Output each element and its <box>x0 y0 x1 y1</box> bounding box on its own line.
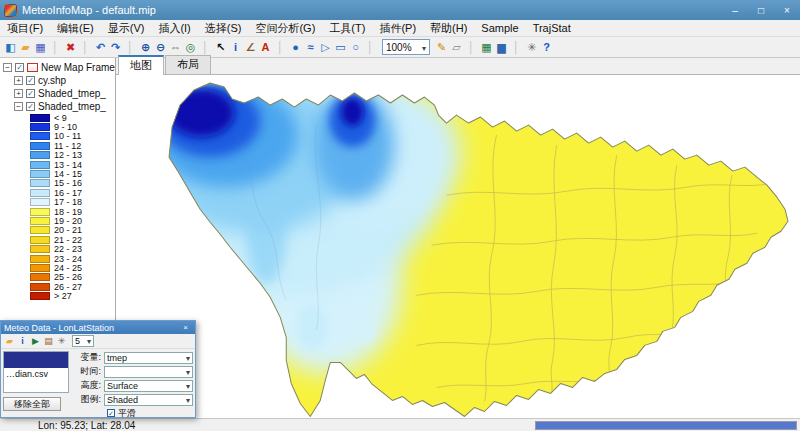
layer-label: cy.shp <box>38 75 66 86</box>
tab-layout[interactable]: 布局 <box>165 55 211 74</box>
menu-item[interactable]: TrajStat <box>526 21 578 35</box>
legend-item[interactable]: 18 - 19 <box>0 207 115 216</box>
edit-pencil-icon[interactable]: ✎ <box>434 38 449 56</box>
legend-item[interactable]: 21 - 22 <box>0 235 115 244</box>
legend-item[interactable]: 12 - 13 <box>0 151 115 160</box>
field-select[interactable]: tmep <box>104 352 193 364</box>
frame-checkbox[interactable]: ✓ <box>15 63 24 72</box>
zoom-out-icon[interactable]: ⊖ <box>153 38 168 56</box>
menu-item[interactable]: 编辑(E) <box>50 20 101 37</box>
legend-item[interactable]: 19 - 20 <box>0 216 115 225</box>
draw-circle-icon[interactable]: ○ <box>348 38 363 56</box>
draw-point-icon[interactable]: ● <box>288 38 303 56</box>
data-file-item[interactable]: …dian.csv <box>4 368 68 380</box>
layer-row[interactable]: + ✓ cy.shp <box>0 74 115 87</box>
legend-item[interactable]: > 27 <box>0 291 115 300</box>
legend-label: > 27 <box>54 291 72 301</box>
zoom-in-icon[interactable]: ⊕ <box>138 38 153 56</box>
shaded-temperature-map <box>116 75 800 419</box>
dialog-title-bar[interactable]: Meteo Data - LonLatStation × <box>1 321 195 334</box>
remove-all-button[interactable]: 移除全部 <box>3 397 61 411</box>
legend-item[interactable]: 25 - 26 <box>0 273 115 282</box>
legend-item[interactable]: 11 - 12 <box>0 141 115 150</box>
legend-item[interactable]: < 9 <box>0 113 115 122</box>
full-extent-icon[interactable]: ◎ <box>183 38 198 56</box>
settings-icon[interactable]: ✳ <box>55 335 68 348</box>
menu-item[interactable]: 空间分析(G) <box>248 20 322 37</box>
draw-polygon-icon[interactable]: ▷ <box>318 38 333 56</box>
legend-item[interactable]: 15 - 16 <box>0 179 115 188</box>
layers-icon[interactable]: ▤ <box>42 335 55 348</box>
layer-checkbox[interactable]: ✓ <box>26 89 35 98</box>
label-icon[interactable]: A <box>258 38 273 56</box>
expand-toggle[interactable]: − <box>14 102 23 111</box>
legend-item[interactable]: 23 - 24 <box>0 254 115 263</box>
smooth-factor-spinner[interactable]: 5 <box>72 335 94 347</box>
expand-toggle[interactable]: + <box>14 89 23 98</box>
eraser-icon[interactable]: ▱ <box>449 38 464 56</box>
expand-toggle[interactable]: + <box>14 76 23 85</box>
draw-data-icon[interactable]: ▶ <box>29 335 42 348</box>
layer-row[interactable]: + ✓ Shaded_tmep_ <box>0 87 115 100</box>
legend-item[interactable]: 22 - 23 <box>0 244 115 253</box>
legend-item[interactable]: 9 - 10 <box>0 122 115 131</box>
data-file-list[interactable]: …dian.csv <box>3 351 69 393</box>
maximize-button[interactable]: □ <box>748 0 774 20</box>
help-icon[interactable]: ? <box>539 38 554 56</box>
save-icon[interactable]: ▦ <box>33 38 48 56</box>
remove-layer-icon[interactable]: ✖ <box>63 38 78 56</box>
expand-toggle[interactable]: − <box>3 63 12 72</box>
field-select[interactable] <box>104 366 193 378</box>
draw-polyline-icon[interactable]: ≈ <box>303 38 318 56</box>
measure-icon[interactable]: ∠ <box>243 38 258 56</box>
chart-icon[interactable]: ▆ <box>494 38 509 56</box>
map-area: 地图 布局 <box>116 58 800 418</box>
select-icon[interactable]: ↖ <box>213 38 228 56</box>
map-frame-row[interactable]: − ✓ New Map Frame <box>0 61 115 74</box>
selected-data-row[interactable] <box>4 352 68 368</box>
separator: │ <box>464 38 479 56</box>
field-select[interactable]: Shaded <box>104 394 193 406</box>
legend-item[interactable]: 14 - 15 <box>0 169 115 178</box>
tab-map[interactable]: 地图 <box>118 55 164 75</box>
open-data-icon[interactable]: ▰ <box>3 335 16 348</box>
menu-item[interactable]: 工具(T) <box>322 20 372 37</box>
menu-item[interactable]: 插入(I) <box>151 20 197 37</box>
map-canvas[interactable] <box>116 75 800 419</box>
layer-checkbox[interactable]: ✓ <box>26 102 35 111</box>
separator: │ <box>273 38 288 56</box>
dialog-close-button[interactable]: × <box>179 323 192 332</box>
draw-rectangle-icon[interactable]: ▭ <box>333 38 348 56</box>
legend-item[interactable]: 10 - 11 <box>0 132 115 141</box>
layer-row[interactable]: − ✓ Shaded_tmep_ <box>0 100 115 113</box>
info-icon[interactable]: i <box>16 335 29 348</box>
pan-icon[interactable]: ⇔ <box>168 38 183 56</box>
add-layer-icon[interactable]: ◧ <box>3 38 18 56</box>
menu-item[interactable]: Sample <box>474 21 525 35</box>
close-button[interactable]: × <box>774 0 800 20</box>
menu-item[interactable]: 帮助(H) <box>423 20 474 37</box>
zoom-level-combo[interactable]: 100% <box>382 39 430 55</box>
menu-item[interactable]: 项目(F) <box>0 20 50 37</box>
menu-item[interactable]: 选择(S) <box>198 20 249 37</box>
legend-item[interactable]: 26 - 27 <box>0 282 115 291</box>
field-label: 高度: <box>73 379 101 392</box>
legend-item[interactable]: 17 - 18 <box>0 198 115 207</box>
menu-item[interactable]: 插件(P) <box>372 20 423 37</box>
legend-item[interactable]: 16 - 17 <box>0 188 115 197</box>
settings-icon[interactable]: ✳ <box>524 38 539 56</box>
minimize-button[interactable]: – <box>722 0 748 20</box>
undo-icon[interactable]: ↶ <box>93 38 108 56</box>
smooth-label: 平滑 <box>118 407 136 420</box>
legend-item[interactable]: 24 - 25 <box>0 263 115 272</box>
attribute-table-icon[interactable]: ▦ <box>479 38 494 56</box>
identify-icon[interactable]: i <box>228 38 243 56</box>
smooth-checkbox[interactable]: ✓ <box>107 409 115 417</box>
open-file-icon[interactable]: ▰ <box>18 38 33 56</box>
legend-item[interactable]: 20 - 21 <box>0 226 115 235</box>
field-select[interactable]: Surface <box>104 380 193 392</box>
menu-item[interactable]: 显示(V) <box>101 20 152 37</box>
redo-icon[interactable]: ↷ <box>108 38 123 56</box>
legend-item[interactable]: 13 - 14 <box>0 160 115 169</box>
layer-checkbox[interactable]: ✓ <box>26 76 35 85</box>
